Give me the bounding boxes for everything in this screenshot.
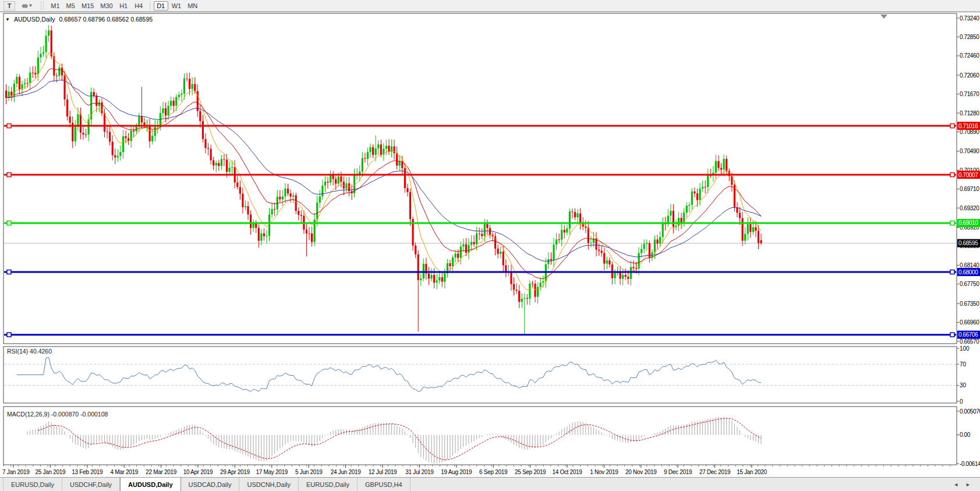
price-tick-label: 0.69320	[960, 205, 979, 211]
collapse-icon[interactable]: ▼	[5, 17, 10, 22]
chart-tab-gbpusd-h4[interactable]: GBPUSD,H4	[358, 478, 411, 491]
chart-tab-audusd-daily[interactable]: AUDUSD,Daily	[120, 478, 181, 491]
date-tick-label: 17 May 2019	[256, 469, 288, 475]
date-tick-label: 31 Jul 2019	[405, 469, 434, 475]
rsi-tick-label: 0	[960, 398, 963, 405]
date-tick-label: 29 Apr 2019	[220, 469, 250, 475]
hline-handle[interactable]	[950, 124, 954, 128]
date-tick-label: 4 Mar 2019	[110, 469, 138, 475]
hline-handle[interactable]	[950, 173, 954, 177]
chart-canvas[interactable]: 0.732400.728500.724600.720600.716700.712…	[0, 12, 980, 478]
macd-panel	[3, 407, 957, 465]
macd-indicator-label: MACD(12,26,9) -0.000870 -0.000108	[7, 411, 108, 418]
hline-handle[interactable]	[7, 333, 11, 337]
svg-text:0.71016: 0.71016	[958, 123, 978, 129]
rsi-tick-label: 30	[960, 382, 967, 388]
svg-text:0.69010: 0.69010	[958, 220, 978, 226]
price-tick-label: 0.70490	[960, 148, 979, 154]
hline-handle[interactable]	[7, 124, 11, 128]
chart-ohlc-values: 0.68657 0.68796 0.68562 0.68595	[59, 16, 153, 23]
price-tick-label: 0.67350	[960, 301, 979, 307]
price-axis: 0.732400.728500.724600.720600.716700.712…	[957, 15, 980, 467]
timeframe-button-h4[interactable]: H4	[132, 1, 146, 10]
date-tick-label: 9 Dec 2019	[664, 469, 692, 475]
price-tick-label: 0.67750	[960, 281, 979, 287]
objects-dropdown-button[interactable]: ◆◆ ▼	[20, 1, 34, 10]
chart-tab-eurusd-daily[interactable]: EURUSD,Daily	[3, 478, 62, 491]
date-tick-label: 25 Jan 2019	[36, 469, 66, 475]
svg-text:0.70007: 0.70007	[958, 172, 978, 178]
date-tick-label: 27 Dec 2019	[699, 469, 731, 475]
hline-handle[interactable]	[950, 221, 954, 225]
timeframe-button-m5[interactable]: M5	[63, 1, 78, 10]
svg-text:0.68000: 0.68000	[958, 269, 978, 275]
date-tick-label: 15 Jan 2020	[737, 469, 767, 475]
timeframe-button-m30[interactable]: M30	[97, 1, 115, 10]
shapes-icon: ◆◆	[22, 2, 26, 9]
date-tick-label: 10 Apr 2019	[183, 469, 213, 475]
date-tick-label: 14 Oct 2019	[552, 469, 582, 475]
timeframe-button-w1[interactable]: W1	[169, 1, 185, 10]
price-tick-label: 0.72060	[960, 72, 979, 79]
hline-handle[interactable]	[950, 270, 954, 274]
timeframe-button-m1[interactable]: M1	[48, 1, 62, 10]
price-tick-label: 0.69710	[960, 186, 979, 192]
timeframe-button-d1[interactable]: D1	[154, 1, 168, 10]
tab-scroll-right-icon[interactable]: ►	[965, 482, 971, 488]
chart-tab-eurusd-daily[interactable]: EURUSD,Daily	[299, 478, 358, 491]
date-tick-label: 5 Jun 2019	[295, 469, 323, 475]
rsi-tick-label: 100	[960, 345, 970, 352]
date-tick-label: 25 Sep 2019	[515, 469, 546, 475]
hline-handle[interactable]	[7, 221, 11, 225]
date-tick-label: 24 Jun 2019	[331, 469, 361, 475]
date-tick-label: 1 Nov 2019	[590, 469, 618, 475]
text-tool-button[interactable]: T	[3, 1, 15, 10]
date-tick-label: 12 Jul 2019	[369, 469, 397, 475]
svg-text:0.66706: 0.66706	[958, 331, 978, 338]
chart-tab-usdchf-daily[interactable]: USDCHF,Daily	[62, 478, 120, 491]
toolbar-grip	[41, 2, 44, 10]
chart-tabs: EURUSD,DailyUSDCHF,DailyAUDUSD,DailyUSDC…	[3, 478, 411, 491]
chevron-down-icon: ▼	[28, 3, 33, 8]
chart-symbol-label: AUDUSD,Daily	[14, 16, 55, 23]
price-tick-label: 0.73240	[960, 15, 979, 22]
date-tick-label: 20 Nov 2019	[625, 469, 657, 475]
chart-tab-usdcnh-daily[interactable]: USDCNH,Daily	[239, 478, 299, 491]
hline-handle[interactable]	[7, 270, 11, 274]
rsi-indicator-label: RSI(14) 40.4260	[7, 348, 52, 355]
price-tick-label: 0.72850	[960, 34, 979, 40]
hline-handle[interactable]	[950, 333, 954, 337]
chart-tab-bar: EURUSD,DailyUSDCHF,DailyAUDUSD,DailyUSDC…	[0, 477, 980, 491]
chart-tab-usdcad-daily[interactable]: USDCAD,Daily	[181, 478, 240, 491]
timeframe-button-m15[interactable]: M15	[79, 1, 97, 10]
date-tick-label: 19 Aug 2019	[441, 469, 472, 475]
tab-scroll-left-icon[interactable]: ◄	[953, 482, 958, 488]
chart-window: 0.732400.728500.724600.720600.716700.712…	[0, 12, 980, 477]
timeframe-button-mn[interactable]: MN	[185, 1, 200, 10]
timeframe-buttons: M1M5M15M30H1H4D1W1MN	[48, 1, 200, 10]
date-tick-label: 6 Sep 2019	[479, 469, 508, 475]
text-tool-label: T	[8, 2, 12, 9]
tab-scroll-controls: ◄ ►	[953, 478, 980, 491]
hline-handle[interactable]	[7, 173, 11, 177]
rsi-tick-label: 70	[960, 361, 967, 368]
macd-tick-label: -0.006148	[960, 461, 980, 467]
toolbar-separator	[150, 2, 150, 10]
macd-tick-label: 0.00	[960, 432, 971, 438]
svg-text:0.68595: 0.68595	[958, 240, 978, 246]
price-tick-label: 0.68140	[960, 262, 979, 269]
main-panel	[3, 13, 957, 344]
date-tick-label: 13 Feb 2019	[72, 469, 103, 475]
date-tick-label: 7 Jan 2019	[2, 469, 30, 475]
price-tick-label: 0.72460	[960, 52, 979, 59]
price-tick-label: 0.66960	[960, 319, 979, 326]
chart-title: ▼ AUDUSD,Daily 0.68657 0.68796 0.68562 0…	[5, 16, 153, 23]
price-tick-label: 0.71280	[960, 110, 979, 116]
time-axis: 7 Jan 201925 Jan 201913 Feb 20194 Mar 20…	[2, 465, 950, 475]
price-tick-label: 0.66570	[960, 338, 979, 345]
macd-tick-label: 0.005076	[960, 408, 980, 415]
top-toolbar: T ◆◆ ▼ M1M5M15M30H1H4D1W1MN	[0, 0, 980, 12]
timeframe-button-h1[interactable]: H1	[116, 1, 131, 10]
price-tick-label: 0.71670	[960, 91, 979, 97]
date-tick-label: 22 Mar 2019	[146, 469, 177, 475]
